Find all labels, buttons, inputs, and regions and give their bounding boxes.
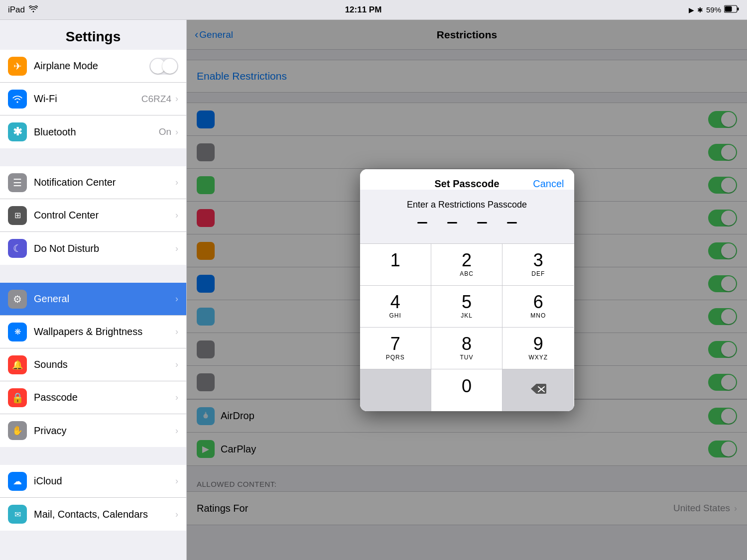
key-6-number: 6 <box>533 293 543 311</box>
svg-rect-2 <box>725 6 732 12</box>
sidebar-item-label-privacy: Privacy <box>34 425 173 437</box>
key-5-letters: JKL <box>461 312 473 319</box>
passcode-dot-1 <box>417 222 427 224</box>
key-9[interactable]: 9 WXYZ <box>502 328 574 369</box>
mail-icon: ✉ <box>8 505 27 524</box>
dialog-title: Set Passcode <box>434 178 499 190</box>
passcode-dot-4 <box>507 222 517 224</box>
bluetooth-chevron: › <box>175 127 178 137</box>
status-right: ▶ ✱ 59% <box>689 5 739 14</box>
key-8[interactable]: 8 TUV <box>431 328 502 369</box>
key-delete[interactable] <box>502 369 574 411</box>
sidebar-group-system: ☰ Notification Center › ⊞ Control Center… <box>0 166 186 265</box>
battery-icon <box>724 5 739 14</box>
wifi-network-value: C6RZ4 <box>141 94 171 105</box>
privacy-chevron: › <box>175 426 178 436</box>
sidebar-item-label-notification: Notification Center <box>34 177 173 188</box>
sidebar-title: Settings <box>66 29 121 44</box>
passcode-chevron: › <box>175 392 178 403</box>
sidebar-item-icloud[interactable]: ☁ iCloud › <box>0 465 186 498</box>
sidebar-item-label-wifi: Wi-Fi <box>34 93 141 105</box>
key-9-number: 9 <box>533 335 543 353</box>
key-1-number: 1 <box>390 251 400 269</box>
key-0-number: 0 <box>462 377 472 395</box>
bluetooth-icon: ✱ <box>697 6 703 14</box>
control-chevron: › <box>175 210 178 221</box>
sounds-chevron: › <box>175 359 178 370</box>
general-icon: ⚙ <box>8 290 27 309</box>
key-4[interactable]: 4 GHI <box>360 286 431 328</box>
status-left: iPad <box>8 5 38 15</box>
wallpaper-chevron: › <box>175 327 178 337</box>
sidebar-item-airplane[interactable]: ✈ Airplane Mode <box>0 50 186 83</box>
icloud-chevron: › <box>175 476 178 486</box>
passcode-dot-3 <box>477 222 487 224</box>
sidebar-item-dnd[interactable]: ☾ Do Not Disturb › <box>0 232 186 265</box>
spacer-3 <box>0 447 186 465</box>
sidebar-item-label-icloud: iCloud <box>34 475 173 487</box>
sidebar-item-passcode[interactable]: 🔒 Passcode › <box>0 381 186 414</box>
passcode-icon: 🔒 <box>8 388 27 407</box>
key-8-letters: TUV <box>460 354 473 361</box>
dnd-chevron: › <box>175 243 178 254</box>
sidebar-item-label-general: General <box>34 293 173 305</box>
app-layout: Settings ✈ Airplane Mode W <box>0 20 747 560</box>
key-8-number: 8 <box>462 335 472 353</box>
key-7[interactable]: 7 PQRS <box>360 328 431 369</box>
sidebar-item-label-bluetooth: Bluetooth <box>34 126 159 138</box>
bluetooth-settings-icon: ✱ <box>8 122 27 141</box>
sidebar-item-label-passcode: Passcode <box>34 392 173 403</box>
sidebar-item-label-wallpaper: Wallpapers & Brightness <box>34 326 173 337</box>
control-center-icon: ⊞ <box>8 206 27 225</box>
sidebar-item-control[interactable]: ⊞ Control Center › <box>0 199 186 232</box>
battery-percent: 59% <box>706 5 721 14</box>
passcode-dot-2 <box>447 222 457 224</box>
dialog-body: Enter a Restrictions Passcode <box>360 190 574 243</box>
wallpaper-icon: ❋ <box>8 323 27 341</box>
key-9-letters: WXYZ <box>528 354 548 361</box>
passcode-dialog: Set Passcode Cancel Enter a Restrictions… <box>360 169 574 411</box>
sidebar-item-wallpaper[interactable]: ❋ Wallpapers & Brightness › <box>0 316 186 348</box>
key-3-number: 3 <box>533 251 543 269</box>
icloud-icon: ☁ <box>8 472 27 491</box>
time-display: 12:11 PM <box>345 5 382 15</box>
sidebar-item-mail[interactable]: ✉ Mail, Contacts, Calendars › <box>0 498 186 531</box>
passcode-overlay: Set Passcode Cancel Enter a Restrictions… <box>187 20 747 560</box>
key-1[interactable]: 1 <box>360 244 431 286</box>
spacer-1 <box>0 148 186 166</box>
sidebar-item-label-control: Control Center <box>34 210 173 221</box>
wifi-chevron: › <box>175 94 178 104</box>
passcode-dots <box>370 222 564 224</box>
sidebar-item-sounds[interactable]: 🔔 Sounds › <box>0 348 186 381</box>
key-2[interactable]: 2 ABC <box>431 244 502 286</box>
sidebar-item-privacy[interactable]: ✋ Privacy › <box>0 414 186 447</box>
status-bar: iPad 12:11 PM ▶ ✱ 59% <box>0 0 747 20</box>
key-4-letters: GHI <box>389 312 401 319</box>
sidebar-item-bluetooth[interactable]: ✱ Bluetooth On › <box>0 115 186 148</box>
wifi-settings-icon <box>8 90 27 109</box>
sidebar-group-app-settings: ⚙ General › ❋ Wallpapers & Brightness › … <box>0 283 186 447</box>
carrier-label: iPad <box>8 5 25 15</box>
sidebar-item-label-dnd: Do Not Disturb <box>34 243 173 254</box>
key-7-letters: PQRS <box>386 354 405 361</box>
delete-icon <box>530 383 546 397</box>
key-3[interactable]: 3 DEF <box>502 244 574 286</box>
svg-rect-1 <box>737 7 739 10</box>
dialog-header: Set Passcode Cancel <box>360 169 574 190</box>
key-2-letters: ABC <box>460 270 474 277</box>
key-6[interactable]: 6 MNO <box>502 286 574 328</box>
cancel-button[interactable]: Cancel <box>533 178 564 190</box>
airplane-toggle[interactable] <box>149 58 178 75</box>
key-6-letters: MNO <box>530 312 546 319</box>
sidebar: Settings ✈ Airplane Mode W <box>0 20 187 560</box>
location-icon: ▶ <box>689 6 694 14</box>
sounds-icon: 🔔 <box>8 355 27 374</box>
sidebar-item-general[interactable]: ⚙ General › <box>0 283 186 316</box>
sidebar-item-wifi[interactable]: Wi-Fi C6RZ4 › <box>0 83 186 115</box>
main-content: ‹ General Restrictions Enable Restrictio… <box>187 20 747 560</box>
key-5[interactable]: 5 JKL <box>431 286 502 328</box>
key-0[interactable]: 0 <box>431 369 502 411</box>
sidebar-item-notification[interactable]: ☰ Notification Center › <box>0 166 186 199</box>
numpad: 1 2 ABC 3 DEF 4 GHI <box>360 243 574 411</box>
sidebar-group-connectivity: ✈ Airplane Mode Wi-Fi C6RZ4 › <box>0 50 186 148</box>
